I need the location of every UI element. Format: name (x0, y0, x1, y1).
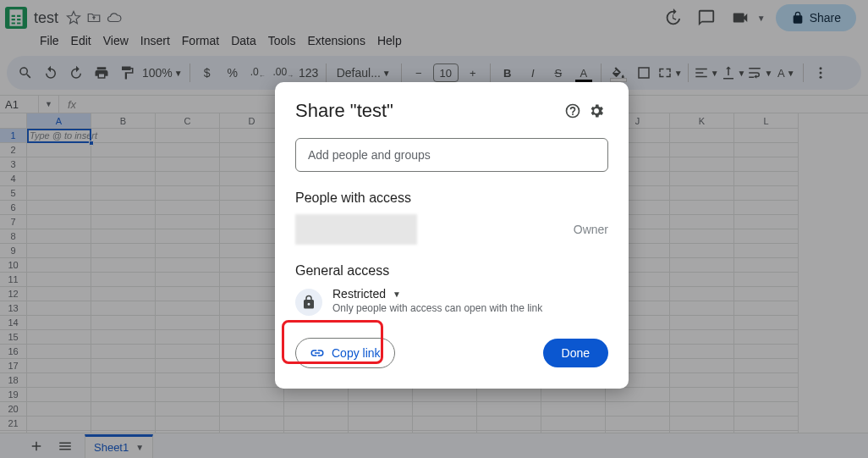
chevron-down-icon: ▼ (393, 290, 401, 299)
restricted-lock-icon (295, 289, 322, 316)
copy-link-label: Copy link (332, 346, 381, 360)
add-people-input[interactable] (295, 138, 608, 172)
share-dialog: Share "test" People with access Owner Ge… (275, 82, 629, 389)
done-button[interactable]: Done (543, 339, 608, 367)
share-settings-icon[interactable] (585, 99, 608, 123)
owner-role-label: Owner (574, 223, 608, 236)
people-with-access-heading: People with access (295, 190, 608, 206)
help-icon[interactable] (561, 99, 585, 123)
general-access-select[interactable]: Restricted ▼ (332, 287, 542, 301)
owner-identity-redacted (295, 214, 417, 245)
share-dialog-title: Share "test" (295, 100, 561, 122)
general-access-description: Only people with access can open with th… (332, 302, 542, 314)
general-access-value: Restricted (332, 287, 386, 301)
link-icon (310, 345, 325, 361)
general-access-heading: General access (295, 263, 608, 279)
copy-link-button[interactable]: Copy link (295, 338, 395, 368)
